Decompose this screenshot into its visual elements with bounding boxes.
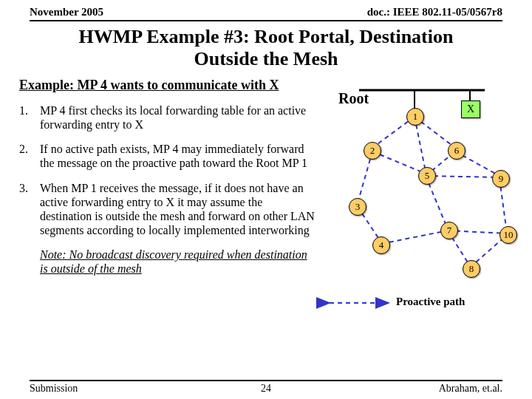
legend-label: Proactive path: [396, 296, 465, 308]
node-6: 6: [448, 142, 466, 160]
list-item: 2. If no active path exists, MP 4 may im…: [19, 142, 315, 170]
page-title: HWMP Example #3: Root Portal, Destinatio…: [30, 26, 502, 70]
svg-line-7: [372, 151, 426, 174]
item-text: If no active path exists, MP 4 may immed…: [40, 142, 315, 170]
svg-line-12: [381, 231, 448, 244]
note-text: Note: No broadcast discovery required wh…: [40, 248, 315, 276]
footer-right: Abraham, et.al.: [439, 383, 502, 395]
header-date: November 2005: [30, 6, 103, 18]
title-line-2: Outside the Mesh: [194, 48, 338, 69]
page-number: 24: [261, 383, 271, 395]
steps-list: 1. MP 4 first checks its local forwardin…: [19, 103, 315, 318]
list-item: 1. MP 4 first checks its local forwardin…: [19, 103, 315, 132]
node-9: 9: [492, 170, 510, 188]
node-3: 3: [349, 198, 366, 216]
item-text: MP 4 first checks its local forwarding t…: [40, 103, 315, 132]
node-7: 7: [440, 222, 458, 239]
item-number: 2.: [19, 142, 40, 170]
node-1: 1: [406, 108, 424, 126]
header-doc: doc.: IEEE 802.11-05/0567r8: [367, 6, 502, 18]
header-rule: [30, 20, 502, 21]
svg-line-9: [426, 176, 499, 177]
item-text: When MP 1 receives the message, if it do…: [40, 181, 315, 238]
list-item: 3. When MP 1 receives the message, if it…: [19, 181, 315, 238]
title-line-1: HWMP Example #3: Root Portal, Destinatio…: [79, 26, 454, 47]
root-label: Root: [338, 90, 369, 107]
footer: Submission 24 Abraham, et.al.: [0, 380, 532, 395]
node-10: 10: [499, 226, 517, 244]
item-number: 1.: [19, 103, 40, 132]
item-number: 3.: [19, 181, 40, 238]
node-5: 5: [418, 167, 436, 185]
network-diagram: Root X 1 2 3 4 5 6 7 8 9 10 Proactive pa…: [315, 81, 517, 318]
node-x: X: [461, 100, 480, 118]
footer-rule: [30, 380, 502, 381]
footer-left: Submission: [30, 383, 78, 395]
node-2: 2: [364, 142, 381, 160]
node-8: 8: [463, 260, 480, 278]
node-4: 4: [372, 236, 390, 254]
